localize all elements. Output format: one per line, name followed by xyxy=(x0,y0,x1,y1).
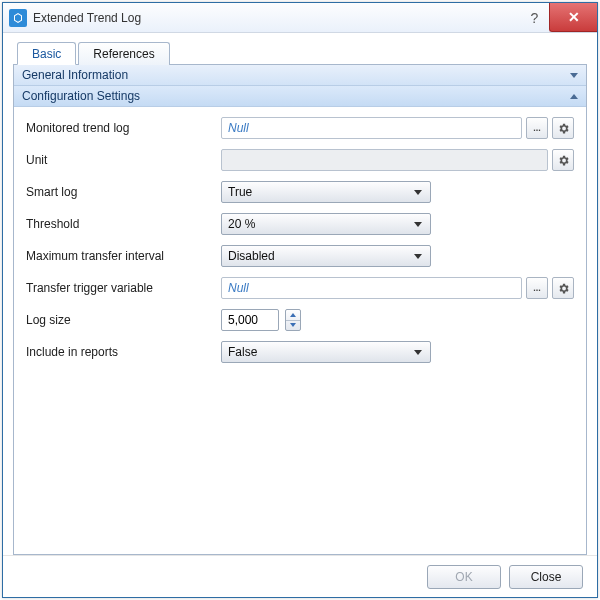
section-configuration-settings[interactable]: Configuration Settings xyxy=(14,86,586,107)
chevron-up-icon xyxy=(570,94,578,99)
monitored-trend-log-field[interactable]: Null xyxy=(221,117,522,139)
close-button[interactable]: Close xyxy=(509,565,583,589)
include-reports-select[interactable]: False xyxy=(221,341,431,363)
spinner-down-button[interactable] xyxy=(286,321,300,331)
monitored-value: Null xyxy=(228,121,249,135)
triangle-up-icon xyxy=(290,313,296,317)
label-threshold: Threshold xyxy=(26,217,221,231)
log-size-value: 5,000 xyxy=(228,313,258,327)
gear-icon xyxy=(557,122,570,135)
spinner-up-button[interactable] xyxy=(286,310,300,321)
row-unit: Unit xyxy=(26,149,574,171)
smart-log-value: True xyxy=(228,185,410,199)
dialog-window: Extended Trend Log ? ✕ Basic References … xyxy=(2,2,598,598)
threshold-select[interactable]: 20 % xyxy=(221,213,431,235)
label-max-transfer: Maximum transfer interval xyxy=(26,249,221,263)
dropdown-arrow-icon xyxy=(410,254,426,259)
gear-icon xyxy=(557,154,570,167)
gear-icon xyxy=(557,282,570,295)
row-include-reports: Include in reports False xyxy=(26,341,574,363)
row-max-transfer: Maximum transfer interval Disabled xyxy=(26,245,574,267)
help-button[interactable]: ? xyxy=(519,3,549,32)
section-label: Configuration Settings xyxy=(22,89,140,103)
chevron-down-icon xyxy=(570,73,578,78)
max-transfer-select[interactable]: Disabled xyxy=(221,245,431,267)
form-area: Monitored trend log Null ... Unit xyxy=(14,107,586,554)
row-threshold: Threshold 20 % xyxy=(26,213,574,235)
tab-basic[interactable]: Basic xyxy=(17,42,76,65)
window-title: Extended Trend Log xyxy=(33,11,519,25)
dropdown-arrow-icon xyxy=(410,350,426,355)
label-monitored: Monitored trend log xyxy=(26,121,221,135)
unit-field xyxy=(221,149,548,171)
include-reports-value: False xyxy=(228,345,410,359)
section-general-information[interactable]: General Information xyxy=(14,65,586,86)
row-monitored-trend-log: Monitored trend log Null ... xyxy=(26,117,574,139)
tab-panel-basic: General Information Configuration Settin… xyxy=(13,64,587,555)
tab-strip: Basic References xyxy=(13,41,587,64)
titlebar: Extended Trend Log ? ✕ xyxy=(3,3,597,33)
settings-monitored-button[interactable] xyxy=(552,117,574,139)
dropdown-arrow-icon xyxy=(410,190,426,195)
dropdown-arrow-icon xyxy=(410,222,426,227)
triangle-down-icon xyxy=(290,323,296,327)
label-include-reports: Include in reports xyxy=(26,345,221,359)
browse-trigger-button[interactable]: ... xyxy=(526,277,548,299)
label-transfer-trigger: Transfer trigger variable xyxy=(26,281,221,295)
smart-log-select[interactable]: True xyxy=(221,181,431,203)
section-label: General Information xyxy=(22,68,128,82)
settings-trigger-button[interactable] xyxy=(552,277,574,299)
settings-unit-button[interactable] xyxy=(552,149,574,171)
tab-references[interactable]: References xyxy=(78,42,169,65)
transfer-trigger-field[interactable]: Null xyxy=(221,277,522,299)
app-icon xyxy=(9,9,27,27)
max-transfer-value: Disabled xyxy=(228,249,410,263)
log-size-input[interactable]: 5,000 xyxy=(221,309,279,331)
dialog-footer: OK Close xyxy=(3,555,597,597)
row-smart-log: Smart log True xyxy=(26,181,574,203)
trigger-value: Null xyxy=(228,281,249,295)
browse-monitored-button[interactable]: ... xyxy=(526,117,548,139)
label-smart-log: Smart log xyxy=(26,185,221,199)
label-unit: Unit xyxy=(26,153,221,167)
row-log-size: Log size 5,000 xyxy=(26,309,574,331)
ok-button[interactable]: OK xyxy=(427,565,501,589)
row-transfer-trigger: Transfer trigger variable Null ... xyxy=(26,277,574,299)
dialog-content: Basic References General Information Con… xyxy=(3,33,597,555)
label-log-size: Log size xyxy=(26,313,221,327)
log-size-spinner xyxy=(285,309,301,331)
window-buttons: ? ✕ xyxy=(519,3,597,32)
threshold-value: 20 % xyxy=(228,217,410,231)
window-close-button[interactable]: ✕ xyxy=(549,3,597,32)
